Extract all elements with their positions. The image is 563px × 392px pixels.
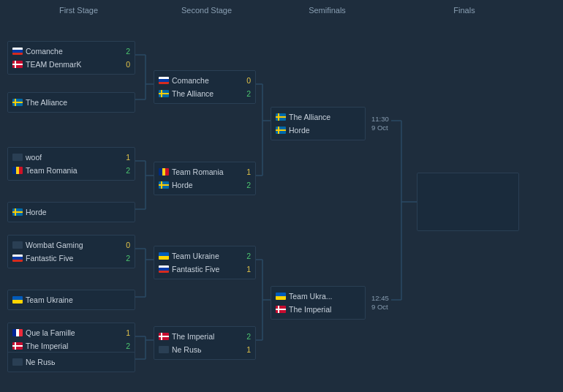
se-flag [12,99,23,106]
se-flag [159,181,169,189]
dark-flag [12,241,23,249]
ro-flag [12,167,23,174]
team-info: The Alliance [276,110,360,124]
se-flag [159,90,169,97]
match-row: Comanche 2 [12,45,130,58]
finals-box [417,173,519,231]
match-row: Team Romania 2 [12,164,130,177]
match-box: Horde [7,202,135,222]
match-box: Comanche 2 TEAM DenmarK 0 [7,41,135,75]
match-box: The Imperial 2 Ne Rusь 1 [154,326,256,360]
team-name: TEAM DenmarK [26,58,81,71]
team-name: woof [26,151,42,164]
team-name: Team Romania [26,164,78,177]
match-box: Team Romania 1 Horde 2 [154,162,256,195]
match-row: TEAM DenmarK 0 [12,58,130,71]
score: 2 [243,330,251,343]
match-row: The Alliance [276,110,360,124]
score: 1 [243,343,251,356]
match-row: woof 1 [12,151,130,164]
score: 0 [123,58,130,71]
team-info: Ne Rusь [12,355,130,369]
match-row: Horde [276,124,360,137]
match-row: Team Ukra... [276,290,360,303]
match-box: Comanche 0 The Alliance 2 [154,70,256,104]
ro-flag [159,168,169,176]
team-info: Fantastic Five [12,252,123,265]
team-name: Team Ukraine [172,249,219,263]
se-flag [276,113,286,121]
col-semi: The Alliance Horde 11:309 Oct Team Ukra.… [271,19,398,377]
team-info: Team Ukraine [12,293,130,306]
team-name: Horde [172,178,193,192]
match-box: The Alliance Horde [271,107,366,140]
match-with-time: The Alliance Horde 11:309 Oct [271,107,389,140]
match-box: Wombat Gaming 0 Fantastic Five 2 [7,235,135,268]
team-info: Team Romania [159,165,243,178]
ru-flag [159,265,169,273]
match-time: 11:309 Oct [371,115,389,133]
stage-headers: First Stage Second Stage Semifinals Fina… [7,6,556,15]
match-row: The Imperial 2 [159,330,251,343]
team-name: Que la Famille [26,326,75,339]
team-name: Wombat Gaming [26,238,83,252]
match-box: woof 1 Team Romania 2 [7,147,135,181]
score: 2 [123,164,130,177]
match-row: Horde [12,206,130,219]
dark-flag [12,358,23,366]
team-name: The Alliance [289,110,330,124]
ru-flag [159,77,169,84]
score: 2 [243,249,251,263]
team-info: Que la Famille [12,326,123,339]
header-semi: Semifinals [263,6,391,15]
match-box: Team Ukraine [7,290,135,310]
team-name: Team Ukra... [289,290,333,303]
team-name: Horde [26,206,47,219]
match-with-time: Team Ukra... The Imperial 12:459 Oct [271,286,389,320]
ru-flag [12,48,23,55]
match-row: Fantastic Five 1 [159,263,251,276]
match-row: The Alliance [12,96,130,109]
team-info: Ne Rusь [159,343,243,356]
match-row: Comanche 0 [159,74,251,87]
match-row: Team Romania 1 [159,165,251,178]
score: 2 [123,45,130,58]
match-row: Team Ukraine 2 [159,249,251,263]
ua-flag [12,296,23,304]
team-name: Comanche [26,45,63,58]
team-info: Horde [12,206,130,219]
team-name: The Alliance [26,96,67,109]
ua-flag [159,252,169,260]
match-row: Ne Rusь 1 [159,343,251,356]
dk-flag [276,306,286,313]
team-info: The Imperial [159,330,243,343]
match-row: Ne Rusь [12,355,130,369]
team-name: The Imperial [289,303,331,316]
header-finals: Finals [391,6,537,15]
header-first: First Stage [7,6,150,15]
team-name: Fantastic Five [172,263,219,276]
team-info: Team Romania [12,164,123,177]
dk-flag [159,333,169,340]
score: 0 [243,74,251,87]
team-info: Fantastic Five [159,263,243,276]
match-row: Que la Famille 1 [12,326,130,339]
team-info: Comanche [12,45,123,58]
team-info: Comanche [159,74,243,87]
bracket-container: First Stage Second Stage Semifinals Fina… [0,0,563,392]
score: 2 [123,339,130,353]
match-time: 12:459 Oct [371,294,389,312]
col-second: Comanche 0 The Alliance 2 Team Romania 1… [154,19,260,377]
col-finals [409,19,552,377]
match-row: Horde 2 [159,178,251,192]
team-info: Team Ukraine [159,249,243,263]
score: 1 [123,151,130,164]
score: 1 [243,263,251,276]
match-row: Fantastic Five 2 [12,252,130,265]
team-name: Team Romania [172,165,224,178]
team-name: Ne Rusь [26,355,55,369]
se-flag [276,127,286,134]
match-row: Wombat Gaming 0 [12,238,130,252]
team-info: The Alliance [12,96,130,109]
dark-flag [12,154,23,161]
